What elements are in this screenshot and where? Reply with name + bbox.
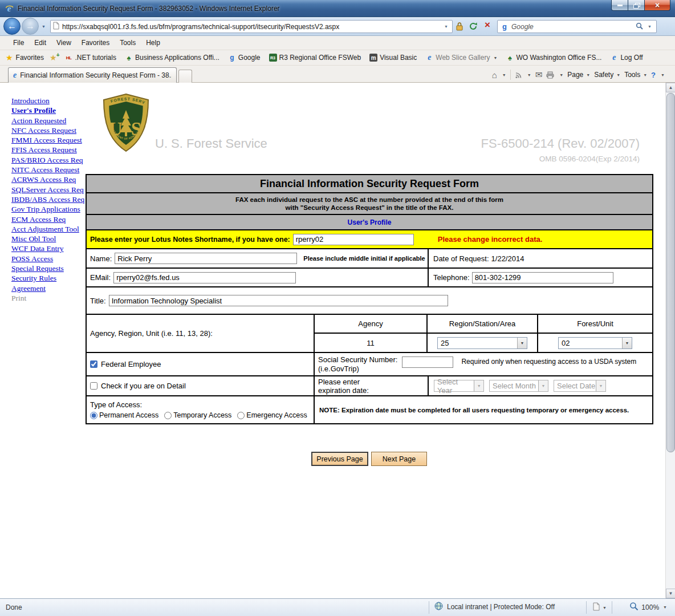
favorite-link-web-slice-gallery[interactable]: e Web Slice Gallery ▼ xyxy=(425,54,497,62)
sidebar-link-action-requested[interactable]: Action Requested xyxy=(11,116,87,125)
permanent-access-radio[interactable] xyxy=(90,412,97,419)
stop-button[interactable]: × xyxy=(482,19,493,31)
form-title-bar: Financial Information Security Request F… xyxy=(87,175,652,193)
menu-edit[interactable]: Edit xyxy=(29,37,51,48)
detail-row: Check if you are on Detail Please enter … xyxy=(87,376,652,396)
aru-label: Agency, Region, Unit (i.e. 11, 13, 28): xyxy=(90,329,213,338)
back-button[interactable]: ← xyxy=(3,18,21,35)
search-icon[interactable] xyxy=(636,22,643,32)
sidebar-link-pas-brio-access-req[interactable]: PAS/BRIO Access Req xyxy=(11,155,87,165)
vertical-scrollbar[interactable]: ▲ ▼ xyxy=(665,83,675,598)
help-dropdown-icon[interactable]: ▼ xyxy=(661,73,665,77)
sidebar-link-security-rules[interactable]: Security Rules xyxy=(11,273,87,283)
select-date-dropdown[interactable]: Select Date ▼ xyxy=(554,380,606,392)
recent-pages-dropdown-icon[interactable]: ▼ xyxy=(42,25,46,29)
close-button[interactable]: × xyxy=(644,0,670,11)
federal-employee-label: Federal Employee xyxy=(101,360,161,368)
select-year-dropdown[interactable]: Select Year ▼ xyxy=(434,380,484,392)
favorite-link-google[interactable]: g Google xyxy=(228,54,261,62)
sidebar-link-acrws-access-req[interactable]: ACRWS Access Req xyxy=(11,175,87,184)
menu-bar: File Edit View Favorites Tools Help xyxy=(0,36,675,50)
restore-button[interactable] xyxy=(628,0,644,11)
refresh-button[interactable] xyxy=(467,22,479,33)
favorite-link-business-applications[interactable]: ♠ Business Applications Offi... xyxy=(125,54,219,62)
on-detail-checkbox[interactable] xyxy=(90,382,97,390)
tab-active[interactable]: e Financial Information Security Request… xyxy=(8,67,177,83)
forward-button[interactable]: → xyxy=(22,18,39,35)
scroll-up-button[interactable]: ▲ xyxy=(666,83,675,92)
favorite-link-r3-regional-office[interactable]: R3 R3 Regional Office FSWeb xyxy=(269,54,361,62)
menu-view[interactable]: View xyxy=(51,37,76,48)
compatibility-view-button[interactable]: ▼ xyxy=(593,602,607,613)
add-to-favorites-icon[interactable]: ★+ xyxy=(50,53,57,62)
favorite-link-log-off[interactable]: e Log Off xyxy=(610,54,643,62)
sidebar-link-special-requests[interactable]: Special Requests xyxy=(11,264,87,273)
new-tab-button[interactable] xyxy=(178,70,192,83)
job-title-input[interactable] xyxy=(109,295,448,306)
address-dropdown-icon[interactable]: ▼ xyxy=(442,25,450,29)
home-icon[interactable]: ⌂ xyxy=(492,70,497,80)
tab-title: Financial Information Security Request F… xyxy=(20,71,172,79)
sidebar-link-sqlserver-access-req[interactable]: SQLServer Access Req xyxy=(11,185,87,194)
region-select[interactable]: 25 ▼ xyxy=(437,337,527,349)
sidebar-link-ffis-access-request[interactable]: FFIS Access Request xyxy=(11,145,87,155)
favorites-button[interactable]: ★ Favorites xyxy=(6,53,50,62)
menu-tools[interactable]: Tools xyxy=(115,37,141,48)
telephone-input[interactable] xyxy=(472,272,613,283)
forest-select[interactable]: 02 ▼ xyxy=(558,337,632,349)
sidebar-link-ibdb-abs-access-req[interactable]: IBDB/ABS Access Req xyxy=(11,194,87,204)
minimize-button[interactable] xyxy=(611,0,628,11)
menu-help[interactable]: Help xyxy=(141,37,165,48)
print-dropdown-icon[interactable]: ▼ xyxy=(559,73,563,77)
temporary-access-radio[interactable] xyxy=(164,412,172,419)
search-box[interactable]: g Google ▼ xyxy=(497,20,657,33)
sidebar-link-nitc-access-request[interactable]: NITC Access Request xyxy=(11,165,87,175)
fax-line-2: with "Security Access Request" in the ti… xyxy=(286,204,454,212)
scrollbar-thumb[interactable] xyxy=(666,93,675,452)
federal-employee-checkbox[interactable] xyxy=(90,360,97,368)
email-input[interactable] xyxy=(113,272,296,283)
feed-dropdown-icon[interactable]: ▼ xyxy=(527,73,531,77)
print-icon[interactable] xyxy=(546,71,554,79)
tools-menu[interactable]: Tools▼ xyxy=(624,71,647,79)
page-menu[interactable]: Page▼ xyxy=(567,71,590,79)
favorite-link-visual-basic[interactable]: m Visual Basic xyxy=(369,54,417,62)
shortname-input[interactable] xyxy=(293,234,414,245)
sidebar-link-nfc-access-request[interactable]: NFC Access Request xyxy=(11,125,87,135)
search-input[interactable]: Google xyxy=(511,23,633,31)
form-title: Financial Information Security Request F… xyxy=(260,178,479,190)
mail-icon[interactable]: ✉ xyxy=(535,70,543,80)
zoom-control[interactable]: 100% ▼ xyxy=(629,602,667,613)
sidebar-link-introduction[interactable]: Introduction xyxy=(11,96,87,106)
section-title: User's Profile xyxy=(348,218,392,226)
name-input[interactable] xyxy=(115,253,297,264)
rss-feed-icon[interactable] xyxy=(515,71,522,79)
sidebar-link-misc-obl-tool[interactable]: Misc Obl Tool xyxy=(11,234,87,244)
security-zone-indicator: Local intranet | Protected Mode: Off xyxy=(434,602,555,612)
middle-initial-note: Please include middle initial if applica… xyxy=(303,255,425,262)
ssn-input[interactable] xyxy=(402,356,453,368)
favorite-link-wo-washington-office[interactable]: ♠ WO Washington Office FS... xyxy=(506,54,601,62)
help-icon[interactable]: ? xyxy=(651,71,656,79)
home-dropdown-icon[interactable]: ▼ xyxy=(502,73,506,77)
sidebar-link-gov-trip-applications[interactable]: Gov Trip Applications xyxy=(11,204,87,214)
scroll-down-button[interactable]: ▼ xyxy=(666,589,675,598)
address-bar[interactable]: https://sxabqsql001.r3.fs.fed.us/bfm/pro… xyxy=(50,20,453,33)
previous-page-button[interactable]: Previous Page xyxy=(311,452,368,466)
menu-favorites[interactable]: Favorites xyxy=(76,37,115,48)
emergency-access-radio[interactable] xyxy=(237,412,245,419)
search-dropdown-icon[interactable]: ▼ xyxy=(646,25,653,29)
sidebar-link-agreement[interactable]: Agreement xyxy=(11,283,87,293)
select-month-dropdown[interactable]: Select Month ▼ xyxy=(489,380,548,392)
sidebar-link-fmmi-access-request[interactable]: FMMI Access Request xyxy=(11,135,87,145)
favorite-link-net-tutorials[interactable]: HL .NET tutorials xyxy=(64,54,116,62)
sidebar-link-ecm-access-req[interactable]: ECM Access Req xyxy=(11,214,87,224)
sidebar-link-wcf-data-entry[interactable]: WCF Data Entry xyxy=(11,244,87,253)
next-page-button[interactable]: Next Page xyxy=(371,452,427,466)
sidebar-link-poss-access[interactable]: POSS Access xyxy=(11,254,87,264)
sidebar-link-acct-adjustment-tool[interactable]: Acct Adjustment Tool xyxy=(11,224,87,234)
safety-menu[interactable]: Safety▼ xyxy=(594,71,620,79)
menu-file[interactable]: File xyxy=(8,37,29,48)
sidebar-link-users-profile[interactable]: User's Profile xyxy=(11,106,87,115)
security-lock-icon[interactable] xyxy=(456,22,463,33)
